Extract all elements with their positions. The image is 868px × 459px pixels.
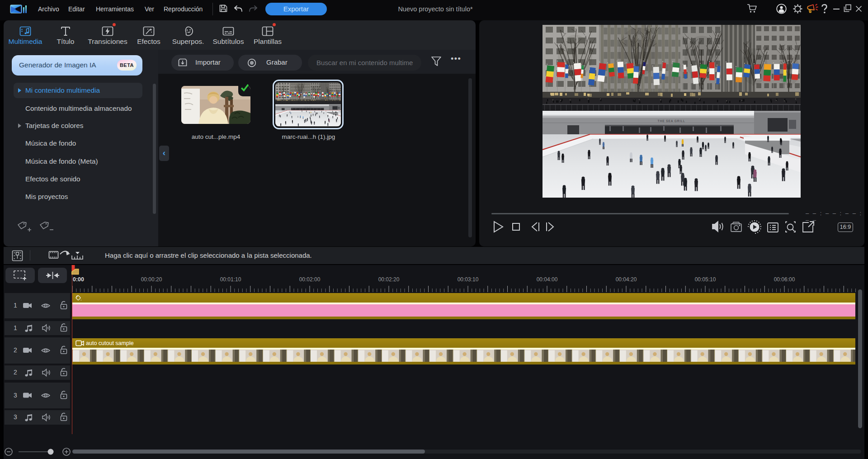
svg-text:00:06:00: 00:06:00 bbox=[774, 276, 795, 283]
svg-text:00:02:00: 00:02:00 bbox=[299, 276, 321, 283]
svg-text:00:03:10: 00:03:10 bbox=[458, 276, 479, 283]
svg-text:00:04:20: 00:04:20 bbox=[616, 276, 637, 283]
svg-text:00:02:20: 00:02:20 bbox=[378, 276, 400, 283]
svg-text:00:01:10: 00:01:10 bbox=[220, 276, 241, 283]
svg-text:00:00:20: 00:00:20 bbox=[141, 276, 162, 283]
svg-text:00:05:10: 00:05:10 bbox=[695, 276, 716, 283]
svg-text:0:00: 0:00 bbox=[73, 276, 84, 283]
svg-text:00:04:00: 00:04:00 bbox=[537, 276, 558, 283]
